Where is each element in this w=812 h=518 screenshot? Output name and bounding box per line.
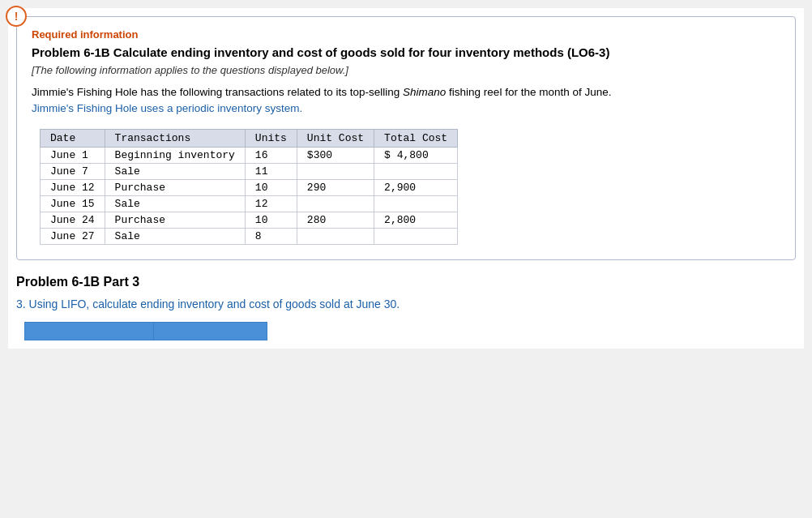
table-cell: 2,800 <box>374 212 458 228</box>
table-cell: $ 4,800 <box>374 147 458 163</box>
table-cell: June 7 <box>41 163 105 179</box>
table-cell: 11 <box>245 163 297 179</box>
table-cell: 16 <box>245 147 297 163</box>
table-cell: 2,900 <box>374 179 458 195</box>
table-cell <box>297 228 374 244</box>
answer-table <box>24 322 267 340</box>
desc-part1: Jimmie's Fishing Hole has the following … <box>32 86 403 98</box>
table-cell <box>374 195 458 212</box>
table-cell: June 27 <box>41 228 105 244</box>
table-cell: June 12 <box>41 179 105 195</box>
problem-title: Problem 6-1B Calculate ending inventory … <box>32 45 780 59</box>
table-cell: 10 <box>245 212 297 228</box>
col-header-transactions: Transactions <box>105 129 245 147</box>
answer-header-empty <box>25 322 154 340</box>
table-cell: Purchase <box>105 212 245 228</box>
table-cell: Beginning inventory <box>105 147 245 163</box>
table-cell: 10 <box>245 179 297 195</box>
table-cell: 290 <box>297 179 374 195</box>
table-cell: 8 <box>245 228 297 244</box>
part3-title: Problem 6-1B Part 3 <box>16 275 796 289</box>
desc-part2: fishing reel for the month of June. <box>446 86 611 98</box>
part3-section: Problem 6-1B Part 3 3. Using LIFO, calcu… <box>16 275 796 340</box>
answer-header-value <box>154 322 267 340</box>
table-cell: June 24 <box>41 212 105 228</box>
table-cell: Sale <box>105 163 245 179</box>
col-header-total-cost: Total Cost <box>374 129 458 147</box>
info-box: ! Required information Problem 6-1B Calc… <box>16 16 796 260</box>
brand-name: Shimano <box>403 86 446 98</box>
part3-question: 3. Using LIFO, calculate ending inventor… <box>16 298 796 310</box>
col-header-units: Units <box>245 129 297 147</box>
table-cell: Sale <box>105 228 245 244</box>
col-header-unit-cost: Unit Cost <box>297 129 374 147</box>
required-info-label: Required information <box>32 28 780 41</box>
table-cell <box>374 163 458 179</box>
table-cell <box>297 163 374 179</box>
col-header-date: Date <box>41 129 105 147</box>
table-cell: Purchase <box>105 179 245 195</box>
table-cell: 12 <box>245 195 297 212</box>
transactions-table: Date Transactions Units Unit Cost Total … <box>40 129 458 245</box>
table-cell <box>374 228 458 244</box>
page-container: ! Required information Problem 6-1B Calc… <box>8 8 804 349</box>
description: Jimmie's Fishing Hole has the following … <box>32 84 780 118</box>
table-cell: June 15 <box>41 195 105 212</box>
table-cell: June 1 <box>41 147 105 163</box>
table-cell: 280 <box>297 212 374 228</box>
alert-icon: ! <box>6 6 27 27</box>
table-cell: Sale <box>105 195 245 212</box>
subtitle: [The following information applies to th… <box>32 64 780 76</box>
desc-line2: Jimmie's Fishing Hole uses a periodic in… <box>32 102 302 114</box>
table-cell <box>297 195 374 212</box>
table-cell: $300 <box>297 147 374 163</box>
